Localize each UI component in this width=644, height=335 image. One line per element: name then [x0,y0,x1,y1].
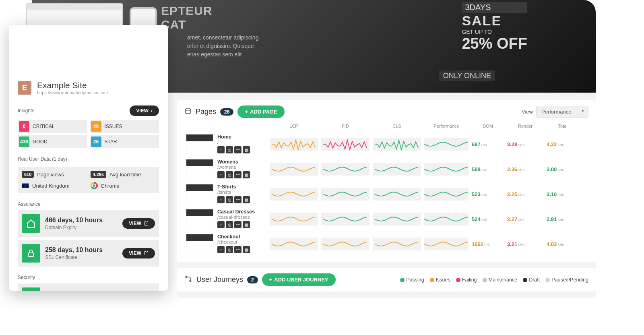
page-thumbnail [186,184,213,204]
view-text: VIEW [136,108,149,114]
chart-icon[interactable]: 〜 [234,171,242,178]
hero-subtitle: amet, consectetur adipiscing orlor et di… [187,33,258,59]
assurance-value: 258 days, 10 hours [45,246,118,254]
dom-metric: 588ms [472,166,504,172]
arrow-up-icon[interactable]: ↑ [217,171,225,178]
page-name: Checkout [217,234,250,240]
main-panel: Pages 26 +ADD PAGE View Performance LCPF… [177,93,596,298]
render-metric: 2.36sec [507,166,543,172]
site-preview [18,34,165,74]
target-icon[interactable]: ◎ [226,146,233,153]
pages-title: Pages [196,108,216,116]
avg-load-value: 4.29s [91,171,107,178]
column-header: Total [547,124,579,128]
page-thumbnail [186,209,213,229]
insight-item[interactable]: 0CRITICAL [18,120,87,133]
cls-spark [373,138,421,151]
assurance-view-button[interactable]: VIEW [122,248,155,258]
perf-spark [424,213,469,225]
insights-view-button[interactable]: VIEW › [130,105,159,116]
user-journeys-title: User Journeys [196,275,243,284]
arrow-up-icon[interactable]: ↑ [217,146,225,153]
legend-item: Failing [456,277,477,283]
assurance-view-button[interactable]: VIEW [122,218,155,229]
page-row[interactable]: Womens /womens ↑ ◎ 〜 ▦ 588ms 2.36sec 3.0… [184,157,588,182]
lcp-spark [270,213,318,225]
hero-sub-line: amet, consectetur adipiscing [187,34,258,41]
arrow-up-icon[interactable]: ↑ [217,221,225,228]
render-metric: 2.25sec [507,191,543,197]
svg-point-4 [186,276,187,277]
calendar-icon[interactable]: ▦ [243,246,250,253]
page-row[interactable]: T-Shirts /tshirts ↑ ◎ 〜 ▦ 523ms 2.25sec … [184,182,588,207]
calendar-icon[interactable]: ▦ [243,146,250,153]
chart-icon[interactable]: 〜 [234,196,242,203]
legend-item: Draft [523,277,540,283]
legend-dot [400,278,405,282]
calendar-icon[interactable]: ▦ [243,171,250,178]
page-row[interactable]: Casual Dresses /casual-dresses ↑ ◎ 〜 ▦ 5… [184,207,588,232]
arrow-up-icon[interactable]: ↑ [217,246,225,253]
assurance-label: Domain Expiry [45,225,118,230]
target-icon[interactable]: ◎ [226,246,233,253]
chart-icon[interactable]: 〜 [234,146,242,153]
column-header: Render [507,124,543,128]
dom-metric: 524ms [472,216,504,222]
external-link-icon [144,221,149,226]
cls-spark [373,238,421,250]
external-link-icon [144,251,149,256]
column-header: DOM [472,124,504,128]
total-metric: 2.91sec [547,216,579,222]
fid-spark [321,138,369,151]
insight-item[interactable]: 26STAR [90,135,159,148]
insight-item[interactable]: 438GOOD [18,135,87,148]
plus-icon: + [269,277,272,283]
add-page-button[interactable]: +ADD PAGE [237,105,284,118]
fid-spark [321,188,369,201]
add-journey-button[interactable]: +ADD USER JOURNEY [262,273,336,286]
avg-load-label: Avg load time [109,172,141,178]
assurance-card: 258 days, 10 hoursSSL Certificate VIEW [18,240,159,267]
add-page-label: ADD PAGE [250,109,277,115]
perf-spark [424,238,469,250]
fid-spark [321,238,369,250]
page-name: Casual Dresses [217,209,255,215]
insight-label: ISSUES [105,124,122,129]
lock-icon [22,244,40,263]
page-path: / [217,140,250,145]
page-name: Home [217,134,250,140]
insight-count: 0 [19,121,29,132]
legend-item: Passing [400,277,424,283]
sale-days: 3DAYS [462,2,527,13]
column-header: FID [321,124,369,128]
target-icon[interactable]: ◎ [226,221,233,228]
country-label: United Kingdom [32,183,70,189]
page-name: Womens [217,159,250,165]
sale-word: SALE [462,13,527,29]
assurance-card: 466 days, 10 hoursDomain Expiry VIEW [18,210,159,237]
page-views-label: Page views [37,172,64,178]
legend-dot [430,278,434,282]
lcp-spark [270,238,318,250]
page-row[interactable]: Checkout /checkout ↑ ◎ 〜 ▦ 1662ms 3.21se… [184,232,588,256]
target-icon[interactable]: ◎ [226,196,233,203]
calendar-icon[interactable]: ▦ [243,221,250,228]
page-row[interactable]: Home / ↑ ◎ 〜 ▦ 697ms 3.28sec 4.32sec [184,132,588,157]
real-user-label: Real User Data (1 day) [18,156,159,162]
insight-item[interactable]: 48ISSUES [90,120,159,133]
chart-icon[interactable]: 〜 [234,221,242,228]
browser-label: Chrome [101,183,120,189]
view-select[interactable]: Performance [536,106,588,118]
dom-metric: 697ms [472,141,504,147]
chart-icon[interactable]: 〜 [234,246,242,253]
flag-icon [22,183,29,188]
hero-sale-block: 3DAYS SALE GET UP TO 25% OFF [462,2,527,52]
target-icon[interactable]: ◎ [226,171,233,178]
chevron-right-icon: › [151,108,153,114]
arrow-up-icon[interactable]: ↑ [217,196,225,203]
insight-label: CRITICAL [33,124,55,129]
dom-metric: 1662ms [472,241,504,247]
calendar-icon[interactable]: ▦ [243,196,250,203]
total-metric: 3.10sec [547,191,579,197]
assurance-label: SSL Certificate [45,254,118,260]
